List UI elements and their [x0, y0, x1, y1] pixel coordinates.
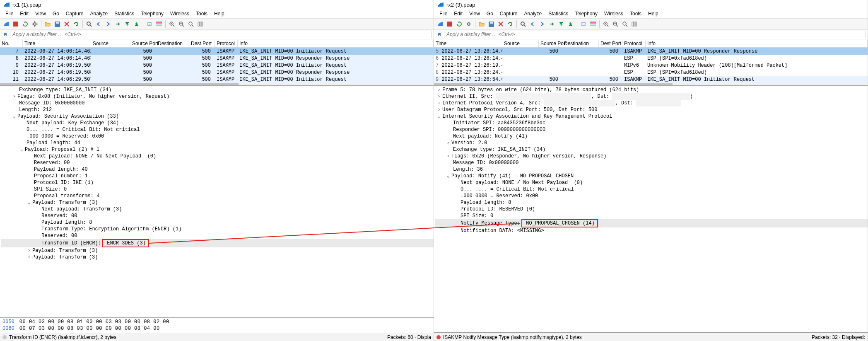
menu-analyze[interactable]: Analyze: [521, 10, 545, 17]
menu-statistics[interactable]: Statistics: [111, 10, 137, 17]
col-proto[interactable]: Protocol: [622, 40, 646, 47]
menu-analyze[interactable]: Analyze: [87, 10, 111, 17]
detail-line[interactable]: ›Internet Protocol Version 4, Src: xxxxx…: [435, 100, 868, 106]
menu-view[interactable]: View: [32, 10, 49, 17]
colorize-button[interactable]: [154, 19, 164, 29]
go-first-button[interactable]: [123, 19, 132, 29]
col-dport[interactable]: Dest Port: [599, 40, 622, 47]
detail-line[interactable]: Next payload: Transform (3): [1, 206, 434, 213]
detail-line[interactable]: ›Flags: 0x08 (Initiator, No higher versi…: [1, 93, 434, 100]
detail-line[interactable]: .000 0000 = Reserved: 0x00: [1, 133, 434, 140]
reload-button[interactable]: [506, 19, 515, 29]
packet-row[interactable]: 9 2022-06-27 13:26:54.000453500500ISAKMP…: [434, 76, 868, 83]
packet-list-scrollbar[interactable]: [434, 83, 868, 85]
detail-line[interactable]: ⌄Payload: Proposal (2) # 1: [1, 146, 434, 153]
detail-line[interactable]: SPI Size: 0: [435, 213, 868, 219]
expand-icon[interactable]: ›: [436, 100, 441, 106]
col-sport[interactable]: Source Port: [539, 40, 562, 47]
menu-telephony[interactable]: Telephony: [137, 10, 167, 17]
expand-icon[interactable]: ›: [27, 247, 31, 254]
detail-line[interactable]: Protocol ID: IKE (1): [1, 179, 434, 186]
col-dport[interactable]: Dest Port: [189, 40, 215, 47]
close-file-button[interactable]: [496, 19, 505, 29]
stop-capture-button[interactable]: [11, 19, 20, 29]
resize-columns-button[interactable]: [196, 19, 205, 29]
hex-line[interactable]: 005000 04 03 00 00 08 01 00 00 03 03 00 …: [2, 319, 431, 325]
open-file-button[interactable]: [477, 19, 486, 29]
packet-bytes-pane[interactable]: 005000 04 03 00 00 08 01 00 00 03 03 00 …: [0, 318, 434, 333]
packet-row[interactable]: 7 2022-06-27 13:26:19.450435MIPv6Unknown…: [434, 62, 868, 69]
go-next-button[interactable]: [538, 19, 547, 29]
close-file-button[interactable]: [62, 19, 71, 29]
detail-line[interactable]: Proposal number: 1: [1, 173, 434, 179]
detail-line[interactable]: Transform Type: Encryption Algorithm (EN…: [1, 226, 434, 232]
start-capture-button[interactable]: [2, 19, 11, 29]
detail-line[interactable]: 0... .... = Critical Bit: Not critical: [1, 126, 434, 133]
detail-line[interactable]: ›Version: 2.0: [435, 140, 868, 146]
detail-line[interactable]: ⌄Payload: Transform (3): [1, 199, 434, 206]
save-file-button[interactable]: [53, 19, 62, 29]
detail-line[interactable]: Reserved: 00: [1, 213, 434, 219]
detail-line[interactable]: Reserved: 00: [1, 160, 434, 166]
detail-line[interactable]: Next payload: Key Exchange (34): [1, 120, 434, 126]
zoom-in-button[interactable]: [167, 19, 176, 29]
detail-line[interactable]: Proposal transforms: 4: [1, 193, 434, 199]
capture-options-button[interactable]: [464, 19, 473, 29]
expand-icon[interactable]: ›: [446, 140, 451, 146]
col-dest[interactable]: Destination: [156, 40, 189, 47]
expand-icon[interactable]: ›: [27, 254, 31, 261]
col-source[interactable]: Source: [502, 40, 539, 47]
detail-line[interactable]: ›Payload: Transform (3): [1, 247, 434, 254]
expand-icon[interactable]: ›: [436, 106, 441, 113]
menu-edit[interactable]: Edit: [451, 10, 466, 17]
detail-line[interactable]: Payload length: 8: [1, 219, 434, 226]
packet-row[interactable]: 112022-06-27 14:06:29.507337500500ISAKMP…: [0, 76, 434, 83]
zoom-out-button[interactable]: [611, 19, 620, 29]
detail-line[interactable]: Notification DATA: <MISSING>: [435, 227, 868, 234]
collapse-icon[interactable]: ⌄: [436, 113, 441, 120]
packet-details-pane[interactable]: Exchange type: IKE_SA_INIT (34) ›Flags: …: [0, 86, 434, 318]
zoom-out-button[interactable]: [177, 19, 186, 29]
filter-bookmark-button[interactable]: [436, 31, 443, 38]
detail-line-highlighted[interactable]: Notify Message Type: NO_PROPOSAL_CHOSEN …: [435, 219, 868, 227]
go-prev-button[interactable]: [94, 19, 103, 29]
col-source[interactable]: Source: [91, 40, 130, 47]
auto-scroll-button[interactable]: [145, 19, 154, 29]
col-time[interactable]: Time: [23, 40, 91, 47]
packet-row[interactable]: 5 2022-06-27 13:26:14.006248500500ISAKMP…: [434, 48, 868, 55]
zoom-in-button[interactable]: [601, 19, 610, 29]
detail-line[interactable]: Exchange type: IKE_SA_INIT (34): [1, 87, 434, 93]
detail-line[interactable]: ›Payload: Transform (3): [1, 254, 434, 261]
collapse-icon[interactable]: ⌄: [446, 173, 451, 179]
collapse-icon[interactable]: ⌄: [12, 113, 17, 120]
menu-capture[interactable]: Capture: [497, 10, 521, 17]
detail-line[interactable]: Reserved: 00: [1, 232, 434, 239]
detail-line[interactable]: Message ID: 0x00000000: [1, 100, 434, 106]
packet-row[interactable]: 72022-06-27 14:06:14.461956500500ISAKMPI…: [0, 48, 434, 55]
detail-line-highlighted[interactable]: Transform ID (ENCR): ENCR_3DES (3): [1, 239, 434, 247]
detail-line[interactable]: Next payload: Notify (41): [435, 133, 868, 140]
detail-line[interactable]: ⌄Payload: Security Association (33): [1, 113, 434, 120]
detail-line[interactable]: ›Frame 5: 78 bytes on wire (624 bits), 7…: [435, 87, 868, 93]
display-filter-input[interactable]: [10, 31, 432, 38]
expert-info-icon[interactable]: [436, 335, 441, 339]
menu-view[interactable]: View: [466, 10, 483, 17]
restart-capture-button[interactable]: [21, 19, 30, 29]
menu-go[interactable]: Go: [49, 10, 63, 17]
filter-bookmark-button[interactable]: [2, 31, 9, 38]
save-file-button[interactable]: [487, 19, 496, 29]
menu-statistics[interactable]: Statistics: [545, 10, 571, 17]
menu-wireless[interactable]: Wireless: [601, 10, 627, 17]
col-info[interactable]: Info: [646, 40, 868, 47]
collapse-icon[interactable]: ⌄: [19, 146, 24, 153]
display-filter-input[interactable]: [444, 31, 866, 38]
find-packet-button[interactable]: [84, 19, 94, 29]
packet-row[interactable]: 6 2022-06-27 13:26:14.448614ESPESP (SPI=…: [434, 55, 868, 62]
col-dest[interactable]: Destination: [562, 40, 599, 47]
packet-row[interactable]: 92022-06-27 14:06:19.505198500500ISAKMPI…: [0, 62, 434, 69]
capture-options-button[interactable]: [30, 19, 39, 29]
expert-info-icon[interactable]: [2, 335, 7, 339]
packet-list-header[interactable]: Time Source Source Port Destination Dest…: [434, 39, 868, 48]
zoom-reset-button[interactable]: [620, 19, 629, 29]
detail-line[interactable]: ⌄Payload: Notify (41) - NO_PROPOSAL_CHOS…: [435, 173, 868, 179]
